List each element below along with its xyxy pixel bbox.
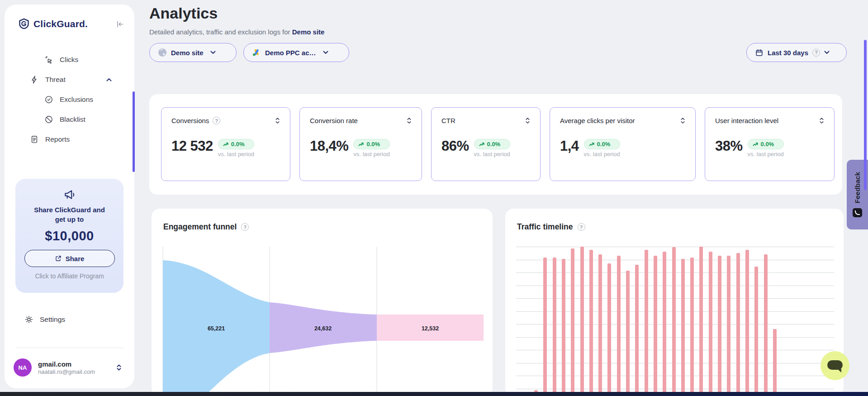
help-icon[interactable]: ? — [213, 117, 220, 124]
avatar: NA — [14, 358, 32, 377]
date-range-selector[interactable]: Last 30 days ? — [746, 43, 847, 62]
settings-label: Settings — [40, 315, 65, 324]
traffic-bar — [672, 247, 676, 396]
traffic-bar — [553, 258, 556, 396]
select-chevrons-icon — [116, 364, 122, 371]
metric-compare-label: vs. last period — [748, 151, 784, 157]
metric-value: 1,4 — [560, 139, 579, 154]
chevron-up-icon[interactable] — [106, 78, 112, 81]
share-button-label: Share — [66, 255, 85, 262]
traffic-bar — [745, 250, 749, 396]
affiliate-link[interactable]: Click to Affiliate Program — [24, 272, 115, 280]
lightning-icon — [30, 75, 39, 84]
traffic-bar — [754, 267, 758, 396]
sidebar-item-label: Blacklist — [60, 115, 85, 124]
metric-card: Conversions ? 12 532 0.0% vs. last perio… — [161, 107, 290, 181]
account-email: naatali.ro@gmail.com — [38, 368, 95, 375]
metrics-panel: Conversions ? 12 532 0.0% vs. last perio… — [149, 94, 842, 195]
site-selector-label: Demo site — [171, 49, 204, 57]
chat-launcher-button[interactable] — [821, 351, 849, 380]
traffic-bar — [571, 248, 574, 396]
traffic-bar — [709, 252, 712, 396]
badge-check-icon — [44, 95, 53, 104]
metric-sort-icon[interactable] — [680, 117, 685, 124]
trend-up-icon — [589, 142, 595, 147]
metric-compare-label: vs. last period — [584, 151, 620, 157]
metric-value: 86% — [441, 139, 469, 154]
site-selector[interactable]: Demo site — [149, 43, 237, 62]
traffic-bar — [617, 256, 621, 396]
google-ads-icon — [252, 48, 261, 57]
sidebar-item-label: Reports — [45, 135, 70, 143]
date-range-label: Last 30 days — [768, 49, 808, 57]
traffic-bar — [598, 254, 602, 396]
metric-card: CTR ? 86% 0.0% vs. last period — [431, 107, 541, 181]
metric-value: 18,4% — [310, 139, 348, 154]
traffic-bar — [690, 258, 694, 396]
traffic-bar — [736, 253, 740, 396]
metric-label: CTR — [441, 117, 455, 124]
bottom-edge-bar — [0, 392, 868, 396]
sidebar-item-blacklist[interactable]: Blacklist — [5, 110, 134, 129]
sidebar-item-label: Clicks — [60, 56, 78, 64]
traffic-bar — [654, 256, 657, 396]
ban-icon — [44, 115, 53, 124]
chevron-down-icon — [210, 51, 216, 54]
chat-smile-icon — [853, 208, 862, 217]
funnel-chart-title: Engagement funnel — [163, 222, 237, 232]
help-icon[interactable]: ? — [578, 223, 585, 231]
page-scrollbar[interactable] — [864, 40, 867, 190]
change-badge: 0.0% — [353, 139, 389, 149]
traffic-bar — [681, 259, 685, 396]
traffic-bar — [727, 256, 730, 396]
change-badge: 0.0% — [474, 139, 510, 149]
sidebar-nav: Clicks Threat Exclusions Blacklist — [5, 50, 134, 149]
engagement-funnel-card: Engagement funnel ? 65,221 24,632 12,532 — [152, 209, 493, 396]
sidebar-item-label: Exclusions — [60, 95, 93, 104]
traffic-bar — [635, 265, 639, 396]
metric-sort-icon[interactable] — [275, 117, 280, 124]
sidebar-item-reports[interactable]: Reports — [5, 129, 134, 149]
metric-sort-icon[interactable] — [407, 117, 412, 124]
page-subtitle: Detailed analytics, traffic and exclusio… — [149, 28, 324, 36]
sidebar-scrollbar[interactable] — [133, 91, 135, 172]
traffic-bar — [589, 250, 593, 396]
change-badge: 0.0% — [218, 139, 254, 149]
sidebar-item-settings[interactable]: Settings — [24, 315, 65, 324]
metric-value: 38% — [715, 139, 743, 154]
metric-sort-icon[interactable] — [819, 117, 824, 124]
trend-up-icon — [753, 142, 759, 147]
metric-value: 12 532 — [171, 139, 213, 154]
metric-card: Average clicks per visitor ? 1,4 0.0% vs… — [550, 107, 696, 181]
change-badge: 0.0% — [584, 139, 620, 149]
page-title: Analytics — [149, 5, 218, 22]
gear-icon — [24, 315, 33, 324]
funnel-chart: 65,221 24,632 12,532 — [161, 247, 484, 396]
sidebar-item-threat[interactable]: Threat — [5, 70, 134, 90]
metric-compare-label: vs. last period — [353, 151, 389, 157]
trend-up-icon — [358, 142, 364, 147]
share-button[interactable]: Share — [24, 250, 115, 267]
collapse-sidebar-icon[interactable] — [116, 20, 124, 29]
help-icon[interactable]: ? — [241, 223, 249, 231]
traffic-bar — [645, 250, 648, 396]
trend-up-icon — [223, 142, 229, 147]
sidebar-item-clicks[interactable]: Clicks — [5, 50, 134, 70]
calendar-icon — [755, 48, 764, 57]
ppc-account-selector[interactable]: Demo PPC ac… — [243, 43, 349, 62]
traffic-bar — [663, 252, 666, 396]
traffic-bar — [773, 329, 777, 396]
metric-label: User interaction level — [715, 117, 778, 124]
metric-sort-icon[interactable] — [525, 117, 530, 124]
sidebar: ClickGuard. Clicks Threat Exclusions — [5, 5, 134, 388]
traffic-bar — [764, 254, 768, 396]
account-switcher[interactable]: NA gmail.com naatali.ro@gmail.com — [14, 356, 126, 379]
traffic-bar — [580, 247, 584, 396]
sidebar-item-exclusions[interactable]: Exclusions — [5, 90, 134, 110]
metric-label: Conversions — [171, 117, 209, 124]
promo-amount: $10,000 — [24, 229, 115, 243]
feedback-label: Feedback — [854, 172, 861, 203]
traffic-chart-title: Traffic timeline — [517, 222, 573, 232]
divider — [15, 348, 123, 348]
help-icon[interactable]: ? — [812, 49, 820, 57]
